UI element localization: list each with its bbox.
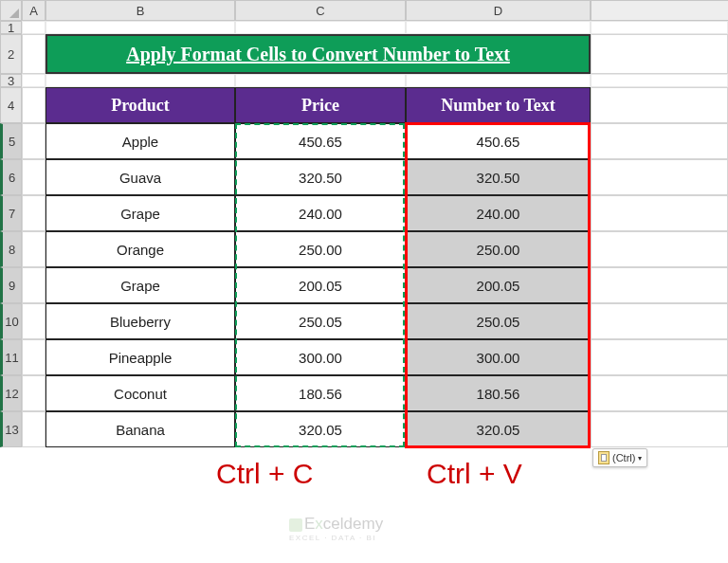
title-banner: Apply Format Cells to Convert Number to …: [46, 34, 591, 74]
cell-E1[interactable]: [591, 21, 728, 34]
cell-E8[interactable]: [591, 231, 728, 267]
cell-product[interactable]: Guava: [46, 159, 235, 195]
header-product[interactable]: Product: [46, 87, 235, 123]
row-header-13[interactable]: 13: [0, 411, 22, 447]
cell-E13[interactable]: [591, 411, 728, 447]
header-price[interactable]: Price: [235, 87, 406, 123]
col-header-A[interactable]: A: [22, 0, 46, 21]
cell-price[interactable]: 250.00: [235, 231, 406, 267]
col-header-next[interactable]: [591, 0, 728, 21]
cell-price[interactable]: 180.56: [235, 375, 406, 411]
cell-price[interactable]: 320.50: [235, 159, 406, 195]
shortcut-copy-label: Ctrl + C: [216, 458, 314, 490]
paste-options-label: (Ctrl): [612, 452, 635, 463]
shortcut-paste-label: Ctrl + V: [427, 458, 522, 490]
col-header-B[interactable]: B: [46, 0, 235, 21]
row-header-10[interactable]: 10: [0, 303, 22, 339]
cell-product[interactable]: Coconut: [46, 375, 235, 411]
cell-product[interactable]: Grape: [46, 195, 235, 231]
cell-n2t[interactable]: 320.50: [406, 159, 591, 195]
cell-A8[interactable]: [22, 231, 46, 267]
row-header-9[interactable]: 9: [0, 267, 22, 303]
col-header-C[interactable]: C: [235, 0, 406, 21]
cell-D1[interactable]: [406, 21, 591, 34]
paste-options-button[interactable]: (Ctrl) ▾: [592, 448, 647, 467]
cell-n2t[interactable]: 250.00: [406, 231, 591, 267]
chevron-down-icon: ▾: [638, 454, 642, 463]
cell-E5[interactable]: [591, 123, 728, 159]
cell-product[interactable]: Banana: [46, 411, 235, 447]
cell-B3[interactable]: [46, 74, 235, 87]
row-header-6[interactable]: 6: [0, 159, 22, 195]
watermark-logo-icon: [289, 518, 302, 532]
col-header-D[interactable]: D: [406, 0, 591, 21]
cell-A11[interactable]: [22, 339, 46, 375]
cell-n2t[interactable]: 200.05: [406, 267, 591, 303]
row-header-8[interactable]: 8: [0, 231, 22, 267]
row-header-7[interactable]: 7: [0, 195, 22, 231]
watermark: Exceldemy EXCEL · DATA · BI: [289, 515, 383, 542]
cell-E7[interactable]: [591, 195, 728, 231]
title-text: Apply Format Cells to Convert Number to …: [126, 44, 510, 65]
cell-n2t[interactable]: 300.00: [406, 339, 591, 375]
cell-E2[interactable]: [591, 34, 728, 74]
cell-n2t[interactable]: 240.00: [406, 195, 591, 231]
cell-A2[interactable]: [22, 34, 46, 74]
cell-price[interactable]: 240.00: [235, 195, 406, 231]
cell-product[interactable]: Pineapple: [46, 339, 235, 375]
cell-D3[interactable]: [406, 74, 591, 87]
row-header-2[interactable]: 2: [0, 34, 22, 74]
cell-A6[interactable]: [22, 159, 46, 195]
row-header-3[interactable]: 3: [0, 74, 22, 87]
watermark-text: Exceldemy: [304, 515, 383, 533]
watermark-sub: EXCEL · DATA · BI: [289, 534, 383, 542]
cell-price[interactable]: 320.05: [235, 411, 406, 447]
cell-E11[interactable]: [591, 339, 728, 375]
cell-E6[interactable]: [591, 159, 728, 195]
cell-C1[interactable]: [235, 21, 406, 34]
select-all-corner[interactable]: [0, 0, 22, 21]
cell-B1[interactable]: [46, 21, 235, 34]
cell-price[interactable]: 250.05: [235, 303, 406, 339]
cell-price[interactable]: 450.65: [235, 123, 406, 159]
cell-n2t[interactable]: 320.05: [406, 411, 591, 447]
cell-A4[interactable]: [22, 87, 46, 123]
cell-product[interactable]: Apple: [46, 123, 235, 159]
cell-E3[interactable]: [591, 74, 728, 87]
row-header-12[interactable]: 12: [0, 375, 22, 411]
cell-A9[interactable]: [22, 267, 46, 303]
cell-product[interactable]: Blueberry: [46, 303, 235, 339]
cell-E9[interactable]: [591, 267, 728, 303]
row-header-11[interactable]: 11: [0, 339, 22, 375]
cell-A1[interactable]: [22, 21, 46, 34]
row-header-1[interactable]: 1: [0, 21, 22, 34]
row-header-5[interactable]: 5: [0, 123, 22, 159]
cell-A12[interactable]: [22, 375, 46, 411]
row-header-4[interactable]: 4: [0, 87, 22, 123]
cell-n2t[interactable]: 450.65: [406, 123, 591, 159]
cell-product[interactable]: Grape: [46, 267, 235, 303]
cell-A10[interactable]: [22, 303, 46, 339]
cell-n2t[interactable]: 180.56: [406, 375, 591, 411]
cell-product[interactable]: Orange: [46, 231, 235, 267]
cell-price[interactable]: 300.00: [235, 339, 406, 375]
cell-A3[interactable]: [22, 74, 46, 87]
cell-E10[interactable]: [591, 303, 728, 339]
cell-price[interactable]: 200.05: [235, 267, 406, 303]
clipboard-icon: [598, 451, 610, 464]
cell-A7[interactable]: [22, 195, 46, 231]
cell-C3[interactable]: [235, 74, 406, 87]
header-number-to-text[interactable]: Number to Text: [406, 87, 591, 123]
cell-E4[interactable]: [591, 87, 728, 123]
spreadsheet-grid: A B C D 1 2 Apply Format Cells to Conver…: [0, 0, 728, 447]
cell-A5[interactable]: [22, 123, 46, 159]
cell-n2t[interactable]: 250.05: [406, 303, 591, 339]
cell-A13[interactable]: [22, 411, 46, 447]
cell-E12[interactable]: [591, 375, 728, 411]
